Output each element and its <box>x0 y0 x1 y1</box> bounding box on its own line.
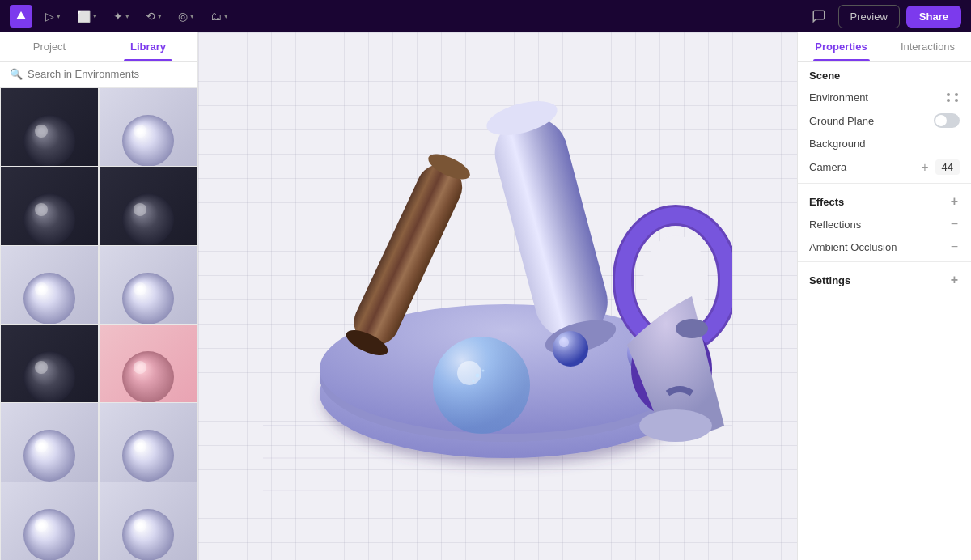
scene-label: Scene <box>809 70 840 82</box>
tab-project[interactable]: Project <box>0 32 99 61</box>
ground-plane-toggle[interactable] <box>934 113 960 128</box>
share-button[interactable]: Share <box>906 6 961 28</box>
svg-point-19 <box>433 337 530 434</box>
svg-point-20 <box>457 361 481 385</box>
env-thumb-12[interactable] <box>99 482 197 560</box>
svg-point-23 <box>482 370 485 372</box>
effects-tool[interactable]: ✦ ▾ <box>107 6 136 26</box>
ambient-occlusion-row: Ambient Occlusion − <box>798 235 971 258</box>
tab-interactions[interactable]: Interactions <box>884 32 971 61</box>
environment-row: Environment <box>798 87 971 108</box>
background-row: Background <box>798 133 971 155</box>
svg-marker-0 <box>16 11 26 19</box>
svg-point-26 <box>553 331 588 367</box>
camera-plus-button[interactable]: + <box>919 161 930 174</box>
camera-label: Camera <box>809 161 846 173</box>
tab-library[interactable]: Library <box>99 32 197 61</box>
reflections-label: Reflections <box>809 218 861 231</box>
section-divider-2 <box>798 261 971 262</box>
3d-scene <box>255 62 740 531</box>
header-actions: Preview Share <box>806 3 961 29</box>
svg-point-21 <box>476 374 480 378</box>
move-icon: ▷ <box>45 10 54 23</box>
effects-add-button[interactable]: + <box>949 195 960 208</box>
search-icon: 🔍 <box>10 68 23 80</box>
scene-section: Scene Environment Ground Plane <box>798 62 971 180</box>
search-bar: 🔍 <box>0 62 197 87</box>
app-logo[interactable] <box>10 5 32 28</box>
draw-tool-arrow: ▾ <box>190 12 194 20</box>
background-label: Background <box>809 138 865 150</box>
environment-grid-icon[interactable] <box>947 93 960 102</box>
folder-icon: 🗂 <box>210 10 222 23</box>
environment-label: Environment <box>809 91 868 104</box>
sidebar-tabs: Project Library <box>0 32 197 62</box>
svg-point-25 <box>676 319 708 338</box>
main-layout: Project Library 🔍 <box>0 32 971 560</box>
camera-action: + 44 <box>919 159 960 175</box>
header: ▷ ▾ ⬜ ▾ ✦ ▾ ⟲ ▾ ◎ ▾ 🗂 ▾ Preview <box>0 0 971 32</box>
scene-section-header: Scene <box>798 62 971 87</box>
effects-tool-arrow: ▾ <box>125 12 129 20</box>
effects-section-header: Effects + <box>798 187 971 213</box>
svg-point-24 <box>639 409 712 442</box>
viewport[interactable] <box>198 32 797 560</box>
frame-icon: ⬜ <box>77 10 91 23</box>
sidebar: Project Library 🔍 <box>0 32 198 560</box>
section-divider-1 <box>798 183 971 184</box>
reflections-remove-button[interactable]: − <box>949 218 960 231</box>
preview-button[interactable]: Preview <box>838 5 900 28</box>
settings-add-button[interactable]: + <box>949 274 960 286</box>
svg-point-22 <box>473 380 475 383</box>
frame-tool-arrow: ▾ <box>93 12 97 20</box>
move-tool[interactable]: ▷ ▾ <box>39 6 67 26</box>
effects-icon: ✦ <box>113 10 123 23</box>
properties-panel: Properties Interactions Scene Environmen… <box>797 32 971 560</box>
search-input[interactable] <box>28 68 188 80</box>
toolbar: ▷ ▾ ⬜ ▾ ✦ ▾ ⟲ ▾ ◎ ▾ 🗂 ▾ <box>39 6 799 26</box>
environment-action <box>947 93 960 102</box>
transform-tool-arrow: ▾ <box>158 12 162 20</box>
frame-tool[interactable]: ⬜ ▾ <box>70 6 104 26</box>
move-tool-arrow: ▾ <box>57 12 61 20</box>
settings-section: Settings + <box>798 265 971 291</box>
environment-grid <box>0 87 197 560</box>
camera-value: 44 <box>935 159 960 175</box>
effects-label: Effects <box>809 196 844 208</box>
settings-section-header: Settings + <box>798 265 971 291</box>
tab-properties[interactable]: Properties <box>798 32 884 61</box>
comment-button[interactable] <box>806 3 832 29</box>
settings-label: Settings <box>809 274 850 286</box>
folder-tool[interactable]: 🗂 ▾ <box>204 6 235 26</box>
ground-plane-label: Ground Plane <box>809 115 874 127</box>
draw-tool[interactable]: ◎ ▾ <box>172 6 201 26</box>
effects-section: Effects + Reflections − Ambient Occlusio… <box>798 187 971 258</box>
transform-icon: ⟲ <box>146 10 155 23</box>
draw-icon: ◎ <box>178 10 188 23</box>
env-thumb-11[interactable] <box>0 482 99 560</box>
properties-tabs: Properties Interactions <box>798 32 971 62</box>
svg-point-27 <box>559 337 569 347</box>
folder-tool-arrow: ▾ <box>224 12 228 20</box>
ambient-occlusion-remove-button[interactable]: − <box>949 240 960 253</box>
ambient-occlusion-label: Ambient Occlusion <box>809 241 897 253</box>
ground-plane-row: Ground Plane <box>798 108 971 133</box>
camera-row: Camera + 44 <box>798 155 971 180</box>
reflections-row: Reflections − <box>798 213 971 235</box>
transform-tool[interactable]: ⟲ ▾ <box>139 6 168 26</box>
